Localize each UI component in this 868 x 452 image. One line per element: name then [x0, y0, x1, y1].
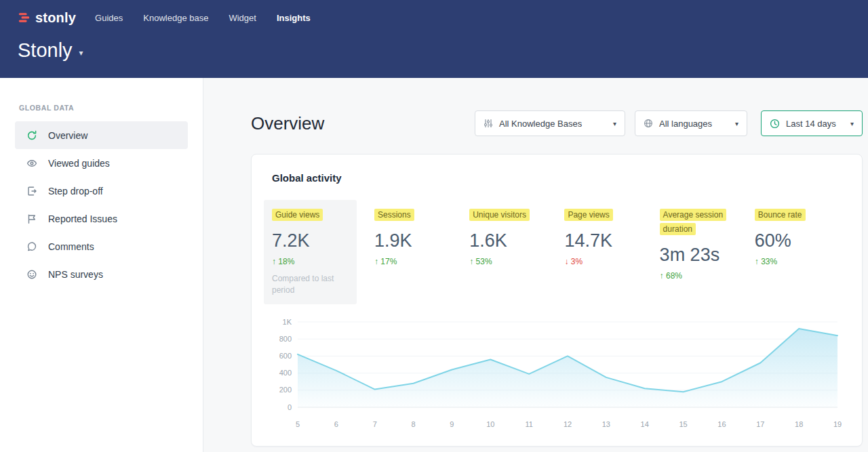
page-title: Overview — [251, 113, 324, 134]
metric-change: ↓ 3% — [564, 257, 643, 266]
metric-unique-visitors[interactable]: Unique visitors 1.6K ↑ 53% — [461, 200, 556, 304]
svg-text:8: 8 — [412, 420, 416, 428]
metric-value: 14.7K — [564, 230, 643, 251]
chevron-down-icon: ▾ — [845, 120, 854, 127]
metric-bounce-rate[interactable]: Bounce rate 60% ↑ 33% — [747, 200, 842, 304]
app-header: stonly Guides Knowledge base Widget Insi… — [0, 0, 868, 78]
svg-text:15: 15 — [679, 420, 687, 428]
global-activity-chart: 02004006008001K5678910111213141516171819 — [272, 318, 842, 433]
metric-label: Sessions — [374, 209, 414, 221]
sidebar-item-label: Step drop-off — [48, 186, 103, 197]
overview-icon — [26, 130, 37, 141]
languages-filter-dropdown[interactable]: All languages ▾ — [635, 110, 747, 136]
metric-note: Compared to last period — [272, 273, 349, 296]
metric-label: Average session duration — [660, 209, 727, 235]
metric-label: Unique visitors — [469, 209, 530, 221]
main-content: Overview All Knowledge Bases ▾ All langu… — [203, 78, 868, 452]
svg-text:9: 9 — [450, 420, 454, 428]
sidebar-item-reported-issues[interactable]: Reported Issues — [15, 205, 188, 232]
svg-text:800: 800 — [279, 334, 292, 342]
smiley-icon — [26, 269, 37, 280]
nav-item-widget[interactable]: Widget — [229, 13, 256, 23]
sidebar-item-viewed-guides[interactable]: Viewed guides — [15, 149, 188, 177]
metric-change-value: 53% — [476, 257, 492, 266]
nav-item-guides[interactable]: Guides — [95, 13, 123, 23]
stonly-logo-icon — [18, 12, 31, 24]
knowledge-bases-filter-icon — [484, 119, 493, 128]
metric-value: 60% — [755, 230, 833, 251]
nav-item-knowledge-base[interactable]: Knowledge base — [143, 13, 208, 23]
metric-guide-views[interactable]: Guide views 7.2K ↑ 18% Compared to last … — [264, 200, 357, 304]
svg-text:400: 400 — [279, 369, 292, 377]
metric-label: Page views — [564, 209, 612, 221]
sidebar-item-nps-surveys[interactable]: NPS surveys — [15, 260, 188, 288]
metric-value: 7.2K — [272, 230, 349, 251]
nav-item-insights[interactable]: Insights — [277, 13, 311, 23]
chart-area: 02004006008001K5678910111213141516171819 — [272, 318, 842, 436]
filter-label: All languages — [659, 119, 712, 129]
metrics-row: Guide views 7.2K ↑ 18% Compared to last … — [264, 200, 842, 304]
sidebar-item-label: Viewed guides — [48, 158, 110, 169]
metric-label: Guide views — [272, 209, 323, 221]
trend-arrow-icon: ↑ — [272, 257, 276, 266]
svg-text:13: 13 — [602, 420, 610, 428]
metric-value: 1.9K — [374, 230, 453, 251]
metric-change: ↑ 53% — [469, 257, 548, 266]
workspace-name: Stonly — [18, 39, 73, 62]
chevron-down-icon: ▾ — [730, 120, 738, 127]
metric-change: ↑ 18% — [272, 257, 349, 266]
sidebar-item-label: Comments — [48, 241, 94, 252]
comment-icon — [26, 241, 37, 252]
clock-icon — [770, 119, 780, 129]
svg-text:5: 5 — [296, 420, 300, 428]
trend-arrow-icon: ↓ — [564, 257, 568, 266]
svg-text:1K: 1K — [283, 318, 292, 326]
metric-sessions[interactable]: Sessions 1.9K ↑ 17% — [366, 200, 461, 304]
metric-change-value: 68% — [666, 271, 682, 281]
flag-icon — [26, 213, 37, 224]
metric-change-value: 18% — [278, 257, 294, 266]
sidebar-item-comments[interactable]: Comments — [15, 232, 188, 260]
svg-text:200: 200 — [279, 386, 292, 394]
svg-text:12: 12 — [564, 420, 572, 428]
trend-arrow-icon: ↑ — [469, 257, 473, 266]
svg-text:11: 11 — [525, 420, 532, 428]
step-dropoff-icon — [26, 186, 37, 197]
card-title: Global activity — [272, 172, 842, 184]
stonly-logo[interactable]: stonly — [18, 10, 76, 26]
workspace-caret-icon: ▾ — [79, 48, 83, 58]
svg-text:16: 16 — [717, 420, 726, 428]
metric-change: ↑ 17% — [374, 257, 453, 266]
svg-text:600: 600 — [279, 351, 292, 359]
sidebar-section-label: GLOBAL DATA — [19, 104, 203, 112]
metric-value: 3m 23s — [660, 245, 738, 266]
svg-text:18: 18 — [795, 420, 803, 428]
svg-text:6: 6 — [334, 420, 338, 428]
eye-icon — [26, 158, 37, 169]
metric-page-views[interactable]: Page views 14.7K ↓ 3% — [556, 200, 651, 304]
metric-change: ↑ 68% — [660, 271, 738, 281]
svg-text:19: 19 — [833, 420, 842, 428]
trend-arrow-icon: ↑ — [374, 257, 378, 266]
metric-label: Bounce rate — [755, 209, 806, 221]
sidebar-item-label: Overview — [48, 130, 87, 141]
knowledge-bases-filter-dropdown[interactable]: All Knowledge Bases ▾ — [475, 110, 625, 136]
metric-value: 1.6K — [469, 230, 548, 251]
sidebar-item-overview[interactable]: Overview — [15, 121, 188, 149]
metric-change-value: 17% — [380, 257, 397, 266]
workspace-switcher[interactable]: Stonly ▾ — [18, 39, 868, 62]
globe-icon — [644, 119, 653, 128]
metric-change: ↑ 33% — [755, 257, 833, 266]
filter-label: All Knowledge Bases — [499, 119, 582, 129]
svg-text:17: 17 — [756, 420, 764, 428]
metric-change-value: 3% — [571, 257, 583, 266]
top-navigation: Guides Knowledge base Widget Insights — [95, 13, 311, 23]
chevron-down-icon: ▾ — [608, 120, 616, 127]
svg-text:14: 14 — [641, 420, 649, 428]
date-range-filter-dropdown[interactable]: Last 14 days ▾ — [761, 110, 863, 136]
logo-text: stonly — [35, 10, 76, 26]
sidebar-item-step-drop-off[interactable]: Step drop-off — [15, 177, 188, 205]
filter-label: Last 14 days — [786, 119, 836, 129]
trend-arrow-icon: ↑ — [755, 257, 759, 266]
metric-average-session-duration[interactable]: Average session duration 3m 23s ↑ 68% — [652, 200, 747, 304]
